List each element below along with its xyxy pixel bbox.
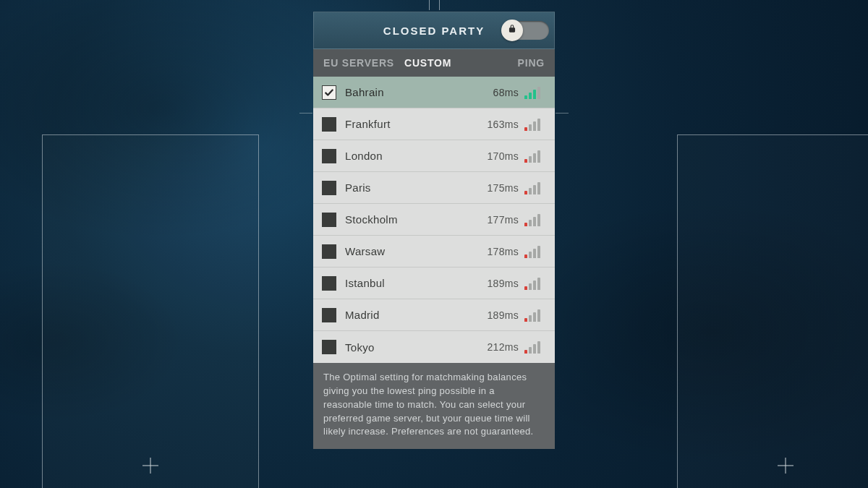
server-row[interactable]: London170ms	[313, 140, 555, 172]
server-name: Stockholm	[345, 213, 477, 226]
server-row[interactable]: Bahrain68ms	[313, 77, 555, 108]
signal-bars-icon	[524, 341, 546, 354]
server-name: Paris	[345, 181, 477, 194]
accent-line	[299, 113, 312, 114]
server-checkbox[interactable]	[322, 117, 336, 132]
server-ping: 212ms	[477, 341, 519, 353]
server-checkbox[interactable]	[322, 85, 336, 100]
server-row[interactable]: Istanbul189ms	[313, 267, 555, 299]
server-checkbox[interactable]	[322, 276, 336, 291]
accent-line	[556, 113, 569, 114]
plus-icon	[142, 458, 158, 474]
server-row[interactable]: Warsaw178ms	[313, 236, 555, 267]
signal-bars-icon	[524, 118, 546, 131]
party-privacy-toggle[interactable]	[503, 21, 549, 40]
server-name: Bahrain	[345, 86, 477, 98]
server-ping: 189ms	[477, 278, 519, 289]
server-row[interactable]: Paris175ms	[313, 172, 555, 204]
server-row[interactable]: Madrid189ms	[313, 299, 555, 331]
panel-subheader: EU SERVERS CUSTOM PING	[313, 49, 555, 77]
server-name: Tokyo	[345, 341, 477, 354]
server-checkbox[interactable]	[322, 149, 336, 163]
server-ping: 178ms	[477, 246, 519, 257]
server-mode-label[interactable]: CUSTOM	[404, 57, 451, 69]
server-list: Bahrain68msFrankfurt163msLondon170msPari…	[313, 77, 555, 363]
server-name: Warsaw	[345, 245, 477, 257]
server-row[interactable]: Frankfurt163ms	[313, 108, 555, 140]
server-name: Madrid	[345, 309, 477, 321]
server-help-text: The Optimal setting for matchmaking bala…	[313, 363, 555, 449]
party-slot-empty-left[interactable]	[42, 134, 259, 488]
server-checkbox[interactable]	[322, 308, 336, 322]
signal-bars-icon	[524, 309, 546, 322]
server-name: Frankfurt	[345, 118, 477, 130]
signal-bars-icon	[524, 277, 546, 290]
party-privacy-label: CLOSED PARTY	[383, 25, 485, 37]
plus-icon	[778, 458, 793, 474]
signal-bars-icon	[524, 213, 546, 226]
signal-bars-icon	[524, 245, 546, 258]
server-ping: 189ms	[477, 309, 519, 321]
server-ping: 68ms	[477, 87, 519, 98]
lock-icon	[507, 24, 517, 37]
server-ping: 177ms	[477, 214, 519, 226]
server-checkbox[interactable]	[322, 340, 336, 354]
signal-bars-icon	[524, 181, 546, 194]
ping-column-label: PING	[518, 57, 545, 69]
server-ping: 175ms	[477, 182, 519, 194]
servers-region-label[interactable]: EU SERVERS	[323, 57, 394, 69]
server-ping: 163ms	[477, 119, 519, 130]
server-name: Istanbul	[345, 277, 477, 289]
server-checkbox[interactable]	[322, 244, 336, 259]
server-checkbox[interactable]	[322, 213, 336, 227]
signal-bars-icon	[524, 150, 546, 163]
signal-bars-icon	[524, 86, 546, 99]
server-name: London	[345, 150, 477, 162]
server-row[interactable]: Stockholm177ms	[313, 204, 555, 236]
party-slot-empty-right[interactable]	[677, 134, 868, 488]
toggle-knob	[501, 20, 523, 41]
panel-header: CLOSED PARTY	[313, 12, 555, 49]
server-checkbox[interactable]	[322, 181, 336, 195]
server-select-panel: CLOSED PARTY EU SERVERS CUSTOM PING Bahr…	[313, 12, 555, 449]
server-row[interactable]: Tokyo212ms	[313, 331, 555, 363]
server-ping: 170ms	[477, 150, 519, 162]
